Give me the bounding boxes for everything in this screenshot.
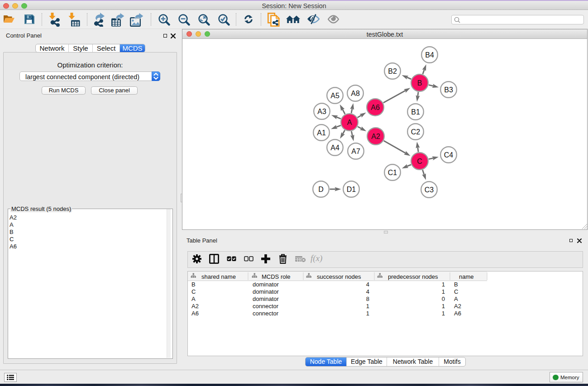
svg-text:C4: C4 <box>444 151 454 159</box>
svg-text:A: A <box>347 119 352 126</box>
svg-text:A8: A8 <box>351 90 360 97</box>
svg-text:C2: C2 <box>411 128 421 136</box>
svg-text:B2: B2 <box>388 67 397 75</box>
svg-text:C: C <box>417 157 422 165</box>
svg-text:A2: A2 <box>371 133 380 140</box>
svg-text:A6: A6 <box>371 104 380 111</box>
svg-text:B1: B1 <box>411 108 420 116</box>
svg-text:A4: A4 <box>330 144 339 152</box>
svg-text:D1: D1 <box>347 186 356 193</box>
svg-text:B: B <box>417 79 422 87</box>
svg-text:C3: C3 <box>425 186 434 194</box>
svg-text:A7: A7 <box>351 148 360 155</box>
svg-text:C1: C1 <box>388 169 397 176</box>
svg-text:D: D <box>318 186 324 193</box>
svg-text:A3: A3 <box>317 108 326 115</box>
svg-text:A1: A1 <box>317 129 326 137</box>
svg-text:A5: A5 <box>330 92 339 100</box>
svg-text:B4: B4 <box>425 51 434 59</box>
svg-text:B3: B3 <box>444 86 453 94</box>
